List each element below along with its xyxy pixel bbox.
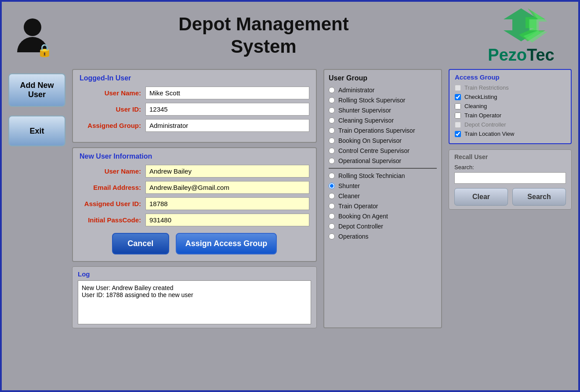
log-label: Log (78, 270, 311, 278)
list-item: Train Location View (455, 131, 566, 137)
log-content: New User: Andrew Bailey created User ID:… (78, 280, 311, 324)
header: 🔒 Depot Management System PezoTec (2, 2, 578, 69)
list-item: Rolling Stock Supervisor (329, 97, 437, 104)
recall-search-input[interactable] (454, 172, 566, 184)
user-group-option-label: Control Centre Supervisor (338, 147, 410, 154)
log-line2: User ID: 18788 assigned to the new user (82, 291, 307, 298)
list-item: Booking On Supervisor (329, 137, 437, 144)
user-group-radio-depot-controller[interactable] (329, 223, 335, 229)
list-item: Rolling Stock Technician (329, 172, 437, 179)
user-group-radio-booking-on-agent[interactable] (329, 213, 335, 219)
passcode-input[interactable] (145, 214, 309, 226)
user-group-radio-booking-on-supervisor[interactable] (329, 138, 335, 144)
userid-row: User ID: (80, 103, 309, 116)
user-group-radio-operational-supervisor[interactable] (329, 158, 335, 164)
access-group-items: Train RestrictionsCheckListingCleaningTr… (455, 84, 566, 137)
access-group-checkbox-train-restrictions (455, 85, 461, 91)
sidebar-buttons: Add New User Exit (8, 69, 65, 328)
new-userid-row: Assigned User ID: (80, 197, 309, 210)
access-group-checkbox-train-location-view[interactable] (455, 131, 461, 137)
user-group-radio-shunter-supervisor[interactable] (329, 107, 335, 113)
new-username-input[interactable] (145, 165, 309, 178)
title-line1: Depot Management (178, 14, 348, 34)
search-field-label: Search: (454, 164, 566, 171)
assigned-group-input[interactable] (145, 119, 309, 132)
logged-in-user-label: Logged-In User (80, 74, 309, 82)
passcode-label: Initial PassCode: (80, 216, 141, 224)
cancel-button[interactable]: Cancel (112, 233, 169, 254)
list-item: Control Centre Supervisor (329, 147, 437, 154)
userid-label: User ID: (80, 105, 141, 113)
list-item: Train Restrictions (455, 84, 566, 91)
access-group-checkbox-cleaning[interactable] (455, 103, 461, 109)
list-item: Operational Supervisor (329, 157, 437, 164)
user-group-option-label: Rolling Stock Supervisor (338, 97, 406, 104)
user-group-option-label: Cleaning Supervisor (338, 117, 394, 124)
new-userid-label: Assigned User ID: (80, 200, 141, 207)
user-group-radio-rolling-stock-supervisor[interactable] (329, 97, 335, 103)
username-row: User Name: (80, 87, 309, 99)
user-group-option-label: Shunter Supervisor (338, 107, 391, 114)
assign-access-group-button[interactable]: Assign Access Group (176, 233, 277, 254)
list-item: Administrator (329, 87, 437, 94)
exit-button[interactable]: Exit (8, 116, 65, 146)
app-title: Depot Management System (54, 13, 473, 58)
email-row: Email Address: (80, 181, 309, 194)
center-panel: Logged-In User User Name: User ID: Assig… (72, 69, 317, 328)
add-new-user-button[interactable]: Add New User (8, 73, 65, 107)
new-user-section: New User Information User Name: Email Ad… (72, 147, 317, 262)
pezotec-brand-name: PezoTec (488, 46, 554, 65)
user-group-radio-shunter[interactable] (329, 183, 335, 189)
user-group-option-label: Shunter (338, 182, 360, 189)
access-group-checkbox-train-operator[interactable] (455, 113, 461, 119)
user-group-options: AdministratorRolling Stock SupervisorShu… (329, 87, 437, 240)
access-group-item-label: Train Restrictions (464, 84, 509, 91)
user-group-radio-rolling-stock-technician[interactable] (329, 173, 335, 179)
recall-user-section: Recall User Search: Clear Search (449, 149, 572, 210)
username-input[interactable] (145, 87, 309, 99)
clear-button[interactable]: Clear (454, 188, 508, 206)
user-group-radio-administrator[interactable] (329, 87, 335, 93)
list-item: Depot Controller (455, 121, 566, 128)
new-username-label: User Name: (80, 167, 141, 175)
logo-area: PezoTec (473, 6, 569, 65)
list-item: Booking On Agent (329, 213, 437, 220)
access-group-section: Access Group Train RestrictionsCheckList… (449, 69, 572, 144)
list-item: Train Operations Supervisor (329, 127, 437, 134)
user-group-radio-operations[interactable] (329, 233, 335, 240)
user-group-option-label: Booking On Supervisor (338, 137, 402, 144)
log-line1: New User: Andrew Bailey created (82, 284, 307, 291)
access-group-item-label: Train Operator (464, 112, 501, 119)
main-content: Add New User Exit Logged-In User User Na… (2, 69, 578, 328)
email-input[interactable] (145, 181, 309, 194)
userid-input[interactable] (145, 103, 309, 116)
list-item: Cleaning (455, 103, 566, 109)
user-avatar: 🔒 (11, 14, 54, 58)
access-group-checkbox-depot-controller (455, 122, 461, 128)
log-section: Log New User: Andrew Bailey created User… (72, 266, 317, 328)
tec-text: Tec (527, 46, 555, 64)
user-group-radio-train-operator[interactable] (329, 203, 335, 209)
user-group-option-label: Train Operator (338, 203, 378, 210)
recall-user-label: Recall User (454, 153, 566, 160)
new-userid-input[interactable] (145, 197, 309, 210)
list-item: CheckListing (455, 94, 566, 100)
title-line2: System (231, 36, 296, 57)
user-group-option-label: Booking On Agent (338, 213, 388, 220)
user-group-radio-control-centre-supervisor[interactable] (329, 148, 335, 154)
right-panel: Access Group Train RestrictionsCheckList… (449, 69, 572, 328)
access-group-checkbox-checklisting[interactable] (455, 94, 461, 100)
access-group-item-label: Train Location View (464, 131, 514, 137)
user-group-radio-cleaning-supervisor[interactable] (329, 117, 335, 123)
search-button[interactable]: Search (512, 188, 566, 206)
assigned-group-label: Assigned Group: (80, 122, 141, 129)
list-item: Depot Controller (329, 223, 437, 230)
access-group-item-label: Cleaning (464, 103, 487, 109)
user-group-radio-train-operations-supervisor[interactable] (329, 127, 335, 134)
pezotec-logo-svg (495, 6, 547, 46)
user-group-option-label: Operational Supervisor (338, 157, 401, 164)
logged-in-user-section: Logged-In User User Name: User ID: Assig… (72, 69, 317, 143)
passcode-row: Initial PassCode: (80, 214, 309, 226)
new-user-label: New User Information (80, 152, 309, 160)
user-group-radio-cleaner[interactable] (329, 193, 335, 199)
